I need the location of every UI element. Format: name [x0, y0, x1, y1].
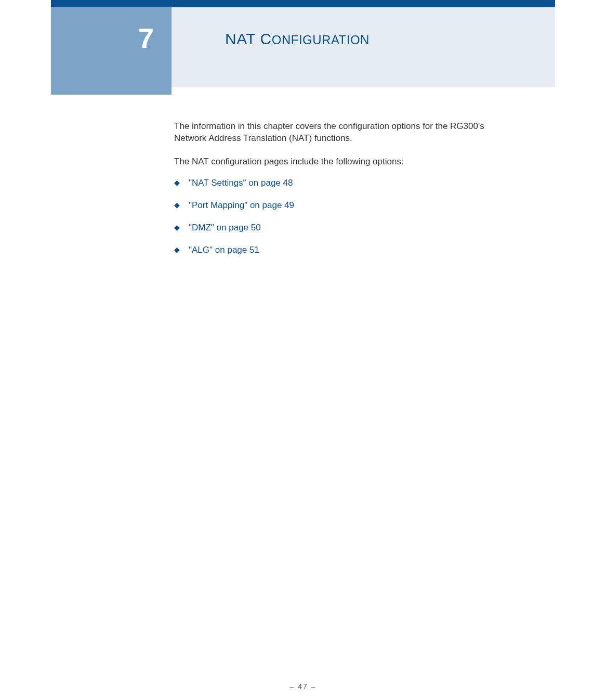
body-content: The information in this chapter covers t…	[174, 121, 519, 267]
chapter-title-first: NAT C	[225, 30, 272, 47]
page: 7 NAT CONFIGURATION The information in t…	[0, 0, 606, 700]
lead-paragraph: The NAT configuration pages include the …	[174, 156, 519, 168]
list-item: "DMZ" on page 50	[174, 222, 519, 234]
header-top-strip	[51, 0, 555, 7]
list-item: "Port Mapping" on page 49	[174, 200, 519, 212]
chapter-number-block: 7	[51, 7, 172, 95]
chapter-number: 7	[138, 22, 154, 54]
link-text[interactable]: "Port Mapping" on page 49	[189, 200, 294, 210]
chapter-title-rest: ONFIGURATION	[272, 33, 370, 47]
intro-paragraph: The information in this chapter covers t…	[174, 121, 519, 145]
page-number: – 47 –	[0, 682, 606, 691]
link-text[interactable]: "NAT Settings" on page 48	[189, 178, 293, 188]
header-band: 7 NAT CONFIGURATION	[51, 7, 555, 87]
list-item: "NAT Settings" on page 48	[174, 177, 519, 189]
chapter-title: NAT CONFIGURATION	[225, 30, 370, 48]
link-text[interactable]: "DMZ" on page 50	[189, 223, 261, 232]
link-text[interactable]: "ALG" on page 51	[189, 245, 259, 255]
link-list: "NAT Settings" on page 48 "Port Mapping"…	[174, 177, 519, 256]
list-item: "ALG" on page 51	[174, 244, 519, 256]
